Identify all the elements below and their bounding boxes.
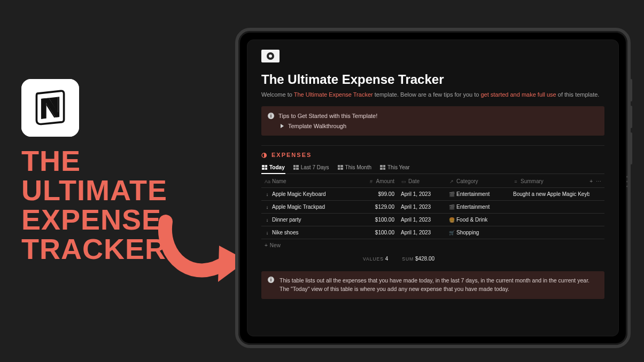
cell-amount[interactable]: $100.00 (358, 226, 398, 239)
cell-category[interactable]: 🎬Entertainment (446, 188, 510, 200)
cell-spacer (589, 191, 604, 198)
divider (261, 145, 604, 146)
tab-last-7-days[interactable]: Last 7 Days (293, 162, 330, 174)
tab-this-month[interactable]: This Month (337, 162, 372, 174)
tablet-dots-icon (626, 176, 628, 187)
table-row[interactable]: ↓Apple Magic Keyboard$99.00April 1, 2023… (261, 188, 604, 201)
add-column-icon[interactable]: + (589, 178, 593, 184)
category-emoji-icon: 🎬 (449, 204, 454, 210)
col-summary[interactable]: ≡Summary (510, 175, 589, 187)
col-amount-label: Amount (376, 178, 394, 184)
new-row-button[interactable]: + New (261, 239, 604, 251)
promo-title-line1: THE ULTIMATE (21, 146, 219, 205)
cell-amount[interactable]: $99.00 (358, 188, 398, 200)
cell-name-text: Nike shoes (272, 230, 298, 235)
cell-name-text: Apple Magic Trackpad (272, 204, 325, 210)
footer-sum-value: $428.00 (415, 256, 434, 262)
table-view-icon (380, 165, 385, 170)
col-actions[interactable]: +⋯ (589, 175, 604, 187)
category-emoji-icon: 🎬 (449, 192, 454, 197)
cell-summary[interactable] (510, 204, 589, 210)
cell-category[interactable]: 🍔Food & Drink (446, 214, 510, 226)
tab-label: This Year (387, 164, 410, 170)
tablet-button-icon (630, 79, 632, 101)
tab-label: This Month (345, 164, 371, 170)
down-arrow-icon: ↓ (265, 230, 270, 235)
cell-summary[interactable]: Bought a new Apple Magic Keyboard (510, 188, 589, 200)
play-icon[interactable] (281, 124, 284, 128)
promo-title-line2: EXPENSE (21, 205, 219, 234)
app-screen: The Ultimate Expense Tracker Welcome to … (247, 40, 619, 336)
cell-date[interactable]: April 1, 2023 (398, 226, 446, 239)
cell-summary[interactable] (510, 217, 589, 223)
cell-category[interactable]: 🎬Entertainment (446, 201, 510, 213)
footer-count-label: VALUES (363, 256, 384, 262)
table-footer: VALUES 4 SUM $428.00 (261, 251, 604, 262)
tips-callout-line2[interactable]: Template Walkthrough (288, 121, 346, 131)
cell-date-text: April 1, 2023 (401, 230, 431, 235)
cell-amount[interactable]: $100.00 (358, 214, 398, 226)
table-row[interactable]: ↓Dinner party$100.00April 1, 2023🍔Food &… (261, 214, 604, 226)
table-row[interactable]: ↓Apple Magic Trackpad$129.00April 1, 202… (261, 201, 604, 214)
cell-date[interactable]: April 1, 2023 (398, 201, 446, 213)
category-emoji-icon: 🍔 (449, 217, 454, 223)
money-icon (261, 50, 280, 62)
col-amount[interactable]: #Amount (358, 175, 398, 187)
cell-name[interactable]: ↓Apple Magic Trackpad (261, 201, 358, 213)
cell-amount[interactable]: $129.00 (358, 201, 398, 213)
bolt-icon: ◑ (261, 151, 268, 159)
page-title: The Ultimate Expense Tracker (261, 72, 604, 87)
plus-icon: + (265, 242, 268, 248)
cell-date[interactable]: April 1, 2023 (398, 188, 446, 200)
cell-spacer (589, 230, 604, 236)
down-arrow-icon: ↓ (265, 204, 270, 210)
cell-category-text: Food & Drink (456, 217, 487, 223)
calendar-icon: ▭ (401, 179, 406, 184)
info-icon: i (268, 113, 274, 119)
number-prop-icon: # (369, 179, 374, 184)
cell-amount-text: $100.00 (375, 217, 394, 223)
cell-summary[interactable] (510, 230, 589, 236)
relation-icon: ↗ (449, 179, 454, 184)
cell-category-text: Entertainment (456, 204, 490, 210)
table-view-icon (262, 165, 267, 170)
col-category-label: Category (456, 178, 478, 184)
welcome-mid: template. Below are a few tips for you t… (373, 91, 481, 98)
notion-logo-icon (21, 79, 79, 137)
tab-today[interactable]: Today (261, 162, 285, 174)
promo-block: THE ULTIMATE EXPENSE TRACKER (21, 79, 219, 264)
cell-category-text: Entertainment (456, 191, 490, 197)
col-name-label: Name (272, 178, 286, 184)
tab-label: Last 7 Days (301, 164, 329, 170)
table-view-icon (338, 165, 343, 170)
col-date[interactable]: ▭Date (398, 175, 446, 187)
col-name[interactable]: AaName (261, 175, 358, 187)
promo-title-line3: TRACKER (21, 234, 219, 264)
tips-callout: i Tips to Get Started with this Template… (261, 106, 604, 136)
cell-spacer (589, 217, 604, 223)
tab-label: Today (269, 164, 285, 170)
cell-category[interactable]: 🛒Shopping (446, 226, 510, 239)
cell-spacer (589, 204, 604, 210)
cell-name-text: Apple Magic Keyboard (272, 191, 326, 197)
cell-name[interactable]: ↓Nike shoes (261, 226, 358, 239)
tab-this-year[interactable]: This Year (379, 162, 410, 174)
tips-callout-line1: Tips to Get Started with this Template! (278, 111, 377, 121)
welcome-text: Welcome to The Ultimate Expense Tracker … (261, 91, 604, 98)
footer-sum-label: SUM (402, 256, 414, 262)
table-row[interactable]: ↓Nike shoes$100.00April 1, 2023🛒Shopping (261, 226, 604, 239)
more-icon[interactable]: ⋯ (596, 178, 601, 184)
cell-amount-text: $99.00 (378, 191, 394, 197)
info-icon: i (268, 277, 274, 283)
welcome-link-1[interactable]: The Ultimate Expense Tracker (294, 91, 373, 98)
welcome-post: of this template. (556, 91, 600, 98)
col-summary-label: Summary (521, 178, 544, 184)
welcome-link-2[interactable]: get started and make full use (480, 91, 556, 98)
col-category[interactable]: ↗Category (446, 175, 510, 187)
table-header-row: AaName #Amount ▭Date ↗Category ≡Summary … (261, 175, 604, 188)
info-callout: i This table lists out all the expenses … (261, 271, 604, 299)
cell-date[interactable]: April 1, 2023 (398, 214, 446, 226)
cell-name[interactable]: ↓Apple Magic Keyboard (261, 188, 358, 200)
expenses-table: AaName #Amount ▭Date ↗Category ≡Summary … (261, 175, 604, 262)
cell-name[interactable]: ↓Dinner party (261, 214, 358, 226)
